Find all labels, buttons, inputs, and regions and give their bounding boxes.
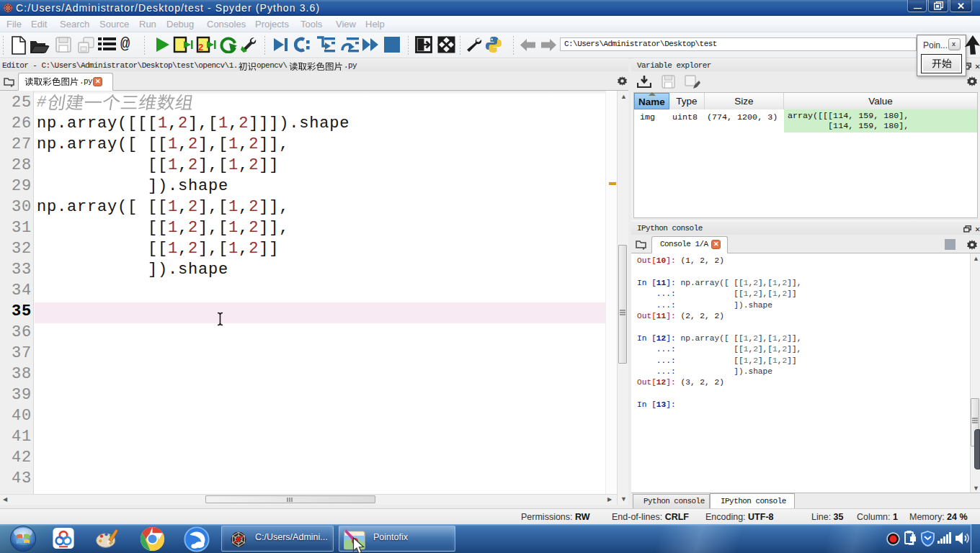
svg-text:2: 2 [198,42,203,53]
